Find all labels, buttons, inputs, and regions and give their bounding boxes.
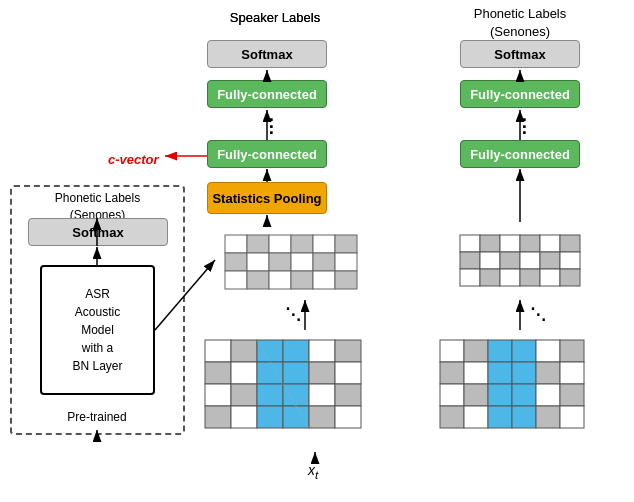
svg-rect-21: [520, 235, 540, 252]
svg-rect-56: [257, 406, 283, 428]
lower-matrix-right-svg: [435, 330, 620, 450]
svg-rect-1: [247, 235, 269, 253]
svg-rect-46: [309, 362, 335, 384]
side-softmax-box: Softmax: [28, 218, 168, 246]
svg-rect-77: [536, 384, 560, 406]
svg-rect-79: [440, 406, 464, 428]
svg-rect-10: [313, 253, 335, 271]
stats-pooling-box: Statistics Pooling: [207, 182, 327, 214]
svg-rect-8: [269, 253, 291, 271]
svg-rect-4: [313, 235, 335, 253]
svg-rect-47: [335, 362, 361, 384]
svg-rect-45: [283, 362, 309, 384]
svg-rect-20: [500, 235, 520, 252]
svg-rect-40: [309, 340, 335, 362]
svg-rect-29: [560, 252, 580, 269]
svg-rect-84: [560, 406, 584, 428]
svg-rect-75: [488, 384, 512, 406]
svg-rect-57: [283, 406, 309, 428]
svg-rect-50: [257, 384, 283, 406]
svg-rect-37: [231, 340, 257, 362]
svg-rect-58: [309, 406, 335, 428]
svg-rect-0: [225, 235, 247, 253]
svg-rect-31: [480, 269, 500, 286]
svg-rect-33: [520, 269, 540, 286]
svg-rect-25: [480, 252, 500, 269]
svg-rect-28: [540, 252, 560, 269]
upper-matrix-svg: [195, 220, 395, 300]
svg-rect-39: [283, 340, 309, 362]
phonetic-fc-top: Fully-connected: [460, 80, 580, 108]
svg-rect-71: [536, 362, 560, 384]
svg-rect-26: [500, 252, 520, 269]
svg-rect-70: [512, 362, 536, 384]
svg-rect-59: [335, 406, 361, 428]
svg-rect-13: [247, 271, 269, 289]
svg-rect-15: [291, 271, 313, 289]
architecture-diagram: Speaker Labels Phonetic Labels(Senones) …: [0, 0, 634, 502]
svg-rect-22: [540, 235, 560, 252]
svg-rect-5: [335, 235, 357, 253]
svg-rect-61: [440, 340, 464, 362]
svg-rect-27: [520, 252, 540, 269]
svg-rect-14: [269, 271, 291, 289]
svg-rect-38: [257, 340, 283, 362]
phonetic-softmax-box: Softmax: [460, 40, 580, 68]
svg-rect-36: [205, 340, 231, 362]
svg-rect-74: [464, 384, 488, 406]
svg-rect-43: [231, 362, 257, 384]
svg-rect-9: [291, 253, 313, 271]
svg-rect-83: [536, 406, 560, 428]
svg-rect-30: [460, 269, 480, 286]
svg-rect-11: [335, 253, 357, 271]
svg-rect-35: [560, 269, 580, 286]
lower-matrix-left-svg: [190, 330, 410, 450]
svg-rect-78: [560, 384, 584, 406]
svg-rect-41: [335, 340, 361, 362]
svg-rect-52: [309, 384, 335, 406]
svg-rect-63: [488, 340, 512, 362]
svg-rect-3: [291, 235, 313, 253]
svg-rect-19: [480, 235, 500, 252]
svg-rect-44: [257, 362, 283, 384]
asr-model-box: ASRAcousticModelwith aBN Layer: [40, 265, 155, 395]
svg-rect-2: [269, 235, 291, 253]
svg-rect-24: [460, 252, 480, 269]
svg-rect-65: [536, 340, 560, 362]
svg-rect-81: [488, 406, 512, 428]
svg-rect-72: [560, 362, 584, 384]
svg-rect-67: [440, 362, 464, 384]
x-t-label: xt: [308, 462, 318, 481]
svg-rect-64: [512, 340, 536, 362]
svg-rect-32: [500, 269, 520, 286]
svg-rect-80: [464, 406, 488, 428]
svg-rect-7: [247, 253, 269, 271]
phonetic-dots: ⋮: [515, 115, 533, 137]
svg-rect-82: [512, 406, 536, 428]
svg-rect-54: [205, 406, 231, 428]
middle-dots-right: ⋱: [530, 305, 546, 324]
svg-rect-53: [335, 384, 361, 406]
speaker-labels-text: Speaker Labels: [215, 10, 335, 25]
svg-rect-68: [464, 362, 488, 384]
svg-rect-66: [560, 340, 584, 362]
svg-rect-62: [464, 340, 488, 362]
svg-rect-76: [512, 384, 536, 406]
svg-rect-23: [560, 235, 580, 252]
svg-rect-34: [540, 269, 560, 286]
svg-rect-49: [231, 384, 257, 406]
phonetic-labels-top-heading: Phonetic Labels(Senones): [450, 5, 590, 41]
svg-rect-17: [335, 271, 357, 289]
svg-rect-73: [440, 384, 464, 406]
svg-rect-69: [488, 362, 512, 384]
svg-rect-18: [460, 235, 480, 252]
speaker-softmax-box: Softmax: [207, 40, 327, 68]
svg-rect-12: [225, 271, 247, 289]
svg-rect-55: [231, 406, 257, 428]
speaker-fc-bottom: Fully-connected: [207, 140, 327, 168]
speaker-fc-top: Fully-connected: [207, 80, 327, 108]
svg-rect-6: [225, 253, 247, 271]
svg-rect-51: [283, 384, 309, 406]
phonetic-fc-bottom: Fully-connected: [460, 140, 580, 168]
pretrained-label: Pre-trained: [52, 410, 142, 424]
